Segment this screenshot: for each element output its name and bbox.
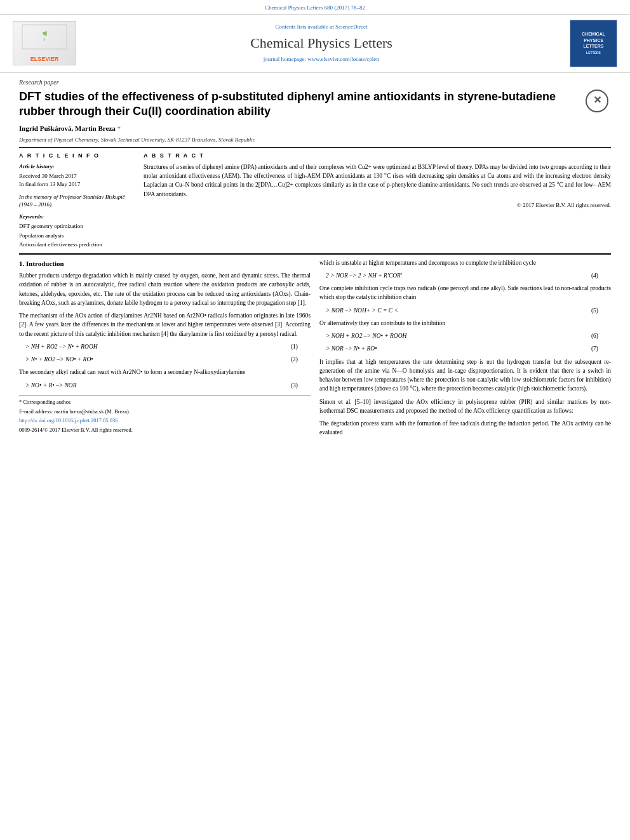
article-info-heading: A R T I C L E I N F O — [19, 152, 133, 160]
abstract-body: Structures of a series of diphenyl amine… — [144, 163, 611, 199]
journal-header: 🌿 ⚕ ELSEVIER Contents lists available at… — [0, 15, 630, 73]
article-history-dates: Received 30 March 2017 In final form 13 … — [19, 172, 133, 189]
paper-title-row: DFT studies of the effectiveness of p-su… — [19, 90, 611, 119]
journal-title-area: Contents lists available at ScienceDirec… — [89, 23, 554, 63]
body-divider — [19, 253, 611, 255]
equation-1: > NH + RO2 –> N• + ROOH (1) — [25, 342, 298, 351]
authors-line: Ingrid Puškárová, Martin Breza * — [19, 124, 611, 133]
abstract-heading: A B S T R A C T — [144, 152, 611, 160]
eq5-text: > NOR –> NOH+ > C = C < — [326, 306, 398, 315]
eq2-text: > N• + RO2 –> NO• + RO• — [25, 355, 93, 364]
footnote-2: E-mail address: martin.breza@stuba.sk (M… — [19, 408, 311, 416]
crossmark-icon: ✕ — [586, 90, 608, 112]
footnote-4: 0009-2614/© 2017 Elsevier B.V. All right… — [19, 426, 311, 434]
svg-rect-0 — [22, 25, 67, 49]
equation-4: 2 > NOR –> 2 > NH + R'COR' (4) — [326, 271, 598, 280]
footnote-1: * Corresponding author. — [19, 398, 311, 406]
svg-text:🌿: 🌿 — [43, 31, 48, 36]
body-para-5: Or alternatively they can contribute to … — [319, 319, 611, 328]
keywords-section: Keywords: DFT geometry optimization Popu… — [19, 213, 133, 250]
body-col-right: which is unstable at higher temperatures… — [319, 258, 611, 441]
journal-logo-area: CHEMICAL PHYSICS LETTERS LETTERS — [554, 20, 617, 67]
sciencedirect-link: Contents lists available at ScienceDirec… — [89, 23, 554, 31]
equation-6: > NOH + RO2 –> NO• + ROOH (6) — [326, 331, 598, 340]
body-columns: 1. Introduction Rubber products undergo … — [19, 258, 611, 441]
eq3-text: > NO• + R• –> NOR — [25, 381, 77, 390]
paper-title: DFT studies of the effectiveness of p-su… — [19, 90, 579, 119]
journal-name: Chemical Physics Letters — [89, 34, 554, 53]
info-abstract-row: A R T I C L E I N F O Article history: R… — [19, 152, 611, 249]
article-info-panel: A R T I C L E I N F O Article history: R… — [19, 152, 133, 249]
page: Chemical Physics Letters 680 (2017) 78–8… — [0, 0, 630, 840]
elsevier-logo-area: 🌿 ⚕ ELSEVIER — [13, 21, 89, 65]
body-para-8: The degradation process starts with the … — [319, 419, 611, 437]
keywords-list: DFT geometry optimization Population ana… — [19, 222, 133, 249]
body-para-1: Rubber products undergo degradation whic… — [19, 271, 311, 307]
article-history-label: Article history: — [19, 163, 133, 171]
equation-7: > NOR –> N• + RO• (7) — [326, 344, 598, 353]
main-content: Research paper DFT studies of the effect… — [0, 73, 630, 448]
elsevier-logo: 🌿 ⚕ ELSEVIER — [13, 21, 76, 65]
body-para-3: The secondary alkyl radical can react wi… — [19, 368, 311, 377]
eq1-text: > NH + RO2 –> N• + ROOH — [25, 342, 98, 351]
journal-logo: CHEMICAL PHYSICS LETTERS LETTERS — [570, 20, 617, 67]
eq3-number: (3) — [291, 381, 298, 390]
body-para-6: It implies that at high temperatures the… — [319, 357, 611, 394]
footnotes: * Corresponding author. E-mail address: … — [19, 395, 311, 434]
body-para-4: One complete inhibition cycle traps two … — [319, 284, 611, 302]
copyright-notice: © 2017 Elsevier B.V. All rights reserved… — [144, 201, 611, 210]
divider-1 — [19, 147, 611, 148]
eq7-text: > NOR –> N• + RO• — [326, 344, 377, 353]
affiliation: Department of Physical Chemistry, Slovak… — [19, 136, 611, 144]
body-col-left: 1. Introduction Rubber products undergo … — [19, 258, 311, 441]
equation-3: > NO• + R• –> NOR (3) — [25, 381, 298, 390]
eq6-number: (6) — [591, 331, 598, 340]
eq2-number: (2) — [291, 355, 298, 364]
journal-citation: Chemical Physics Letters 680 (2017) 78–8… — [0, 0, 630, 15]
body-para-right-intro: which is unstable at higher temperatures… — [319, 258, 611, 267]
section-1-heading: 1. Introduction — [19, 258, 311, 269]
paper-type-label: Research paper — [19, 78, 611, 87]
citation-text: Chemical Physics Letters 680 (2017) 78–8… — [265, 4, 365, 11]
abstract-panel: A B S T R A C T Structures of a series o… — [144, 152, 611, 249]
journal-homepage: journal homepage: www.elsevier.com/locat… — [89, 55, 554, 63]
equation-2: > N• + RO2 –> NO• + RO• (2) — [25, 355, 298, 364]
body-para-7: Simon et al. [5–10] investigated the AOx… — [319, 397, 611, 416]
crossmark-area: ✕ — [586, 90, 611, 112]
keywords-label: Keywords: — [19, 213, 133, 221]
eq5-number: (5) — [591, 306, 598, 315]
eq1-number: (1) — [291, 342, 298, 351]
eq6-text: > NOH + RO2 –> NO• + ROOH — [326, 331, 406, 340]
equation-5: > NOR –> NOH+ > C = C < (5) — [326, 306, 598, 315]
eq7-number: (7) — [591, 344, 598, 353]
elsevier-brand: ELSEVIER — [30, 55, 59, 63]
eq4-text: 2 > NOR –> 2 > NH + R'COR' — [326, 271, 402, 280]
eq4-number: (4) — [591, 271, 598, 280]
svg-text:⚕: ⚕ — [43, 37, 46, 43]
footnote-3: http://dx.doi.org/10.1016/j.cplett.2017.… — [19, 417, 311, 425]
body-para-2: The mechanism of the AOx action of diary… — [19, 311, 311, 338]
dedication-text: In the memory of Professor Stanislav Bis… — [19, 193, 133, 209]
